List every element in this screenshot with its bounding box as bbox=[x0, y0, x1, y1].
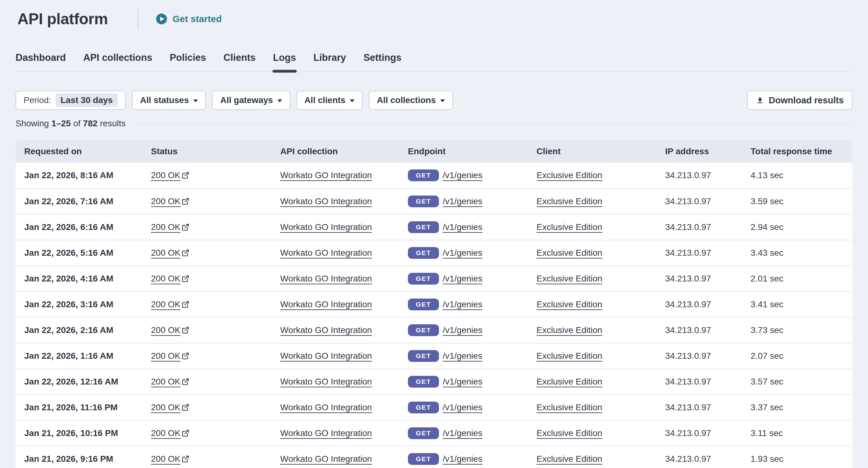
endpoint-link[interactable]: /v1/genies bbox=[443, 351, 483, 361]
client-link[interactable]: Exclusive Edition bbox=[536, 248, 602, 258]
ip-address-cell: 34.213.0.97 bbox=[665, 446, 750, 468]
status-link[interactable]: 200 OK bbox=[151, 248, 181, 258]
tab-policies[interactable]: Policies bbox=[169, 53, 206, 63]
tab-api-collections[interactable]: API collections bbox=[83, 53, 152, 63]
clients-filter-dropdown[interactable]: All clients bbox=[297, 91, 363, 110]
column-header-api-collection: API collection bbox=[280, 140, 408, 163]
table-row: Jan 22, 2026, 5:16 AM 200 OK Workato GO … bbox=[16, 240, 852, 266]
get-started-label: Get started bbox=[173, 14, 221, 24]
endpoint-link[interactable]: /v1/genies bbox=[443, 325, 483, 335]
api-collection-link[interactable]: Workato GO Integration bbox=[280, 222, 372, 232]
endpoint-link[interactable]: /v1/genies bbox=[443, 222, 483, 232]
api-collection-link[interactable]: Workato GO Integration bbox=[280, 325, 372, 335]
requested-on-cell: Jan 21, 2026, 11:16 PM bbox=[16, 395, 151, 420]
ip-address-cell: 34.213.0.97 bbox=[665, 343, 750, 369]
table-row: Jan 21, 2026, 10:16 PM 200 OK Workato GO… bbox=[16, 420, 852, 446]
collections-filter-dropdown[interactable]: All collections bbox=[369, 91, 453, 110]
method-badge: GET bbox=[408, 324, 439, 336]
client-link[interactable]: Exclusive Edition bbox=[536, 403, 602, 412]
summary-results: results bbox=[100, 119, 125, 129]
client-link[interactable]: Exclusive Edition bbox=[536, 325, 602, 335]
response-time-cell: 2.07 sec bbox=[750, 343, 852, 369]
api-collection-link[interactable]: Workato GO Integration bbox=[280, 274, 372, 283]
download-icon bbox=[756, 96, 764, 105]
column-header-ip-address: IP address bbox=[665, 140, 750, 163]
response-time-cell: 3.73 sec bbox=[750, 317, 852, 343]
api-collection-link[interactable]: Workato GO Integration bbox=[280, 299, 372, 309]
external-link-icon bbox=[181, 403, 189, 411]
api-collection-link[interactable]: Workato GO Integration bbox=[280, 428, 372, 438]
table-row: Jan 22, 2026, 3:16 AM 200 OK Workato GO … bbox=[16, 292, 852, 317]
client-link[interactable]: Exclusive Edition bbox=[536, 274, 602, 283]
status-link[interactable]: 200 OK bbox=[151, 299, 181, 309]
statuses-filter-dropdown[interactable]: All statuses bbox=[132, 91, 206, 110]
gateways-filter-dropdown[interactable]: All gateways bbox=[212, 91, 290, 110]
logs-table-body: Jan 22, 2026, 8:16 AM 200 OK Workato GO … bbox=[16, 163, 852, 468]
api-collection-link[interactable]: Workato GO Integration bbox=[280, 351, 372, 361]
table-row: Jan 22, 2026, 12:16 AM 200 OK Workato GO… bbox=[16, 369, 852, 395]
ip-address-cell: 34.213.0.97 bbox=[665, 240, 750, 266]
client-link[interactable]: Exclusive Edition bbox=[536, 428, 602, 438]
column-header-status: Status bbox=[151, 140, 280, 163]
column-header-client: Client bbox=[536, 140, 665, 163]
chevron-down-icon bbox=[193, 99, 198, 102]
api-collection-link[interactable]: Workato GO Integration bbox=[280, 170, 372, 180]
table-row: Jan 22, 2026, 6:16 AM 200 OK Workato GO … bbox=[16, 214, 852, 240]
client-link[interactable]: Exclusive Edition bbox=[536, 377, 602, 387]
summary-total: 782 bbox=[83, 119, 98, 129]
api-collection-link[interactable]: Workato GO Integration bbox=[280, 248, 372, 258]
status-link[interactable]: 200 OK bbox=[151, 196, 181, 206]
summary-divider bbox=[133, 123, 852, 124]
chevron-down-icon bbox=[350, 99, 354, 102]
api-collection-link[interactable]: Workato GO Integration bbox=[280, 454, 372, 464]
results-summary: Showing 1–25 of 782 results bbox=[16, 119, 852, 129]
tab-logs[interactable]: Logs bbox=[273, 53, 296, 63]
client-link[interactable]: Exclusive Edition bbox=[536, 170, 602, 180]
status-link[interactable]: 200 OK bbox=[151, 377, 181, 387]
endpoint-link[interactable]: /v1/genies bbox=[443, 170, 483, 180]
api-collection-link[interactable]: Workato GO Integration bbox=[280, 377, 372, 387]
client-link[interactable]: Exclusive Edition bbox=[536, 351, 602, 361]
tab-library[interactable]: Library bbox=[313, 53, 346, 63]
method-badge: GET bbox=[408, 169, 439, 181]
tab-settings[interactable]: Settings bbox=[364, 53, 401, 63]
api-collection-link[interactable]: Workato GO Integration bbox=[280, 196, 372, 206]
endpoint-link[interactable]: /v1/genies bbox=[443, 196, 483, 206]
client-link[interactable]: Exclusive Edition bbox=[536, 454, 602, 464]
tab-clients[interactable]: Clients bbox=[223, 53, 255, 63]
endpoint-link[interactable]: /v1/genies bbox=[443, 403, 483, 412]
client-link[interactable]: Exclusive Edition bbox=[536, 222, 602, 232]
external-link-icon bbox=[181, 378, 189, 386]
method-badge: GET bbox=[408, 273, 439, 285]
status-link[interactable]: 200 OK bbox=[151, 170, 181, 180]
status-link[interactable]: 200 OK bbox=[151, 325, 181, 335]
status-link[interactable]: 200 OK bbox=[151, 351, 181, 361]
client-link[interactable]: Exclusive Edition bbox=[536, 299, 602, 309]
tab-bar: Dashboard API collections Policies Clien… bbox=[16, 53, 852, 72]
endpoint-link[interactable]: /v1/genies bbox=[443, 274, 483, 283]
endpoint-link[interactable]: /v1/genies bbox=[443, 248, 483, 258]
play-icon bbox=[156, 13, 167, 25]
status-link[interactable]: 200 OK bbox=[151, 222, 181, 232]
endpoint-link[interactable]: /v1/genies bbox=[443, 428, 483, 438]
requested-on-cell: Jan 22, 2026, 1:16 AM bbox=[16, 343, 151, 369]
ip-address-cell: 34.213.0.97 bbox=[665, 420, 750, 446]
status-link[interactable]: 200 OK bbox=[151, 454, 181, 464]
status-link[interactable]: 200 OK bbox=[151, 428, 181, 438]
endpoint-link[interactable]: /v1/genies bbox=[443, 454, 483, 464]
status-link[interactable]: 200 OK bbox=[151, 403, 181, 412]
page-header: API platform Get started bbox=[16, 9, 852, 29]
endpoint-link[interactable]: /v1/genies bbox=[443, 377, 483, 387]
client-link[interactable]: Exclusive Edition bbox=[536, 196, 602, 206]
ip-address-cell: 34.213.0.97 bbox=[665, 395, 750, 420]
download-results-button[interactable]: Download results bbox=[747, 91, 852, 110]
endpoint-link[interactable]: /v1/genies bbox=[443, 299, 483, 309]
response-time-cell: 3.37 sec bbox=[750, 395, 852, 420]
requested-on-cell: Jan 22, 2026, 8:16 AM bbox=[16, 163, 151, 189]
get-started-link[interactable]: Get started bbox=[156, 13, 221, 25]
ip-address-cell: 34.213.0.97 bbox=[665, 189, 750, 214]
api-collection-link[interactable]: Workato GO Integration bbox=[280, 403, 372, 412]
tab-dashboard[interactable]: Dashboard bbox=[16, 53, 66, 63]
status-link[interactable]: 200 OK bbox=[151, 274, 181, 283]
period-filter[interactable]: Period: Last 30 days bbox=[16, 91, 126, 110]
